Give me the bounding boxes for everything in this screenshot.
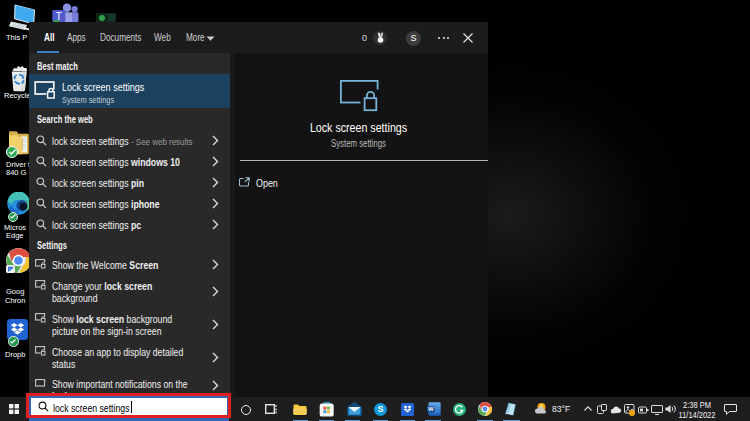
svg-text:T: T xyxy=(55,11,61,22)
svg-text:W: W xyxy=(428,406,434,412)
